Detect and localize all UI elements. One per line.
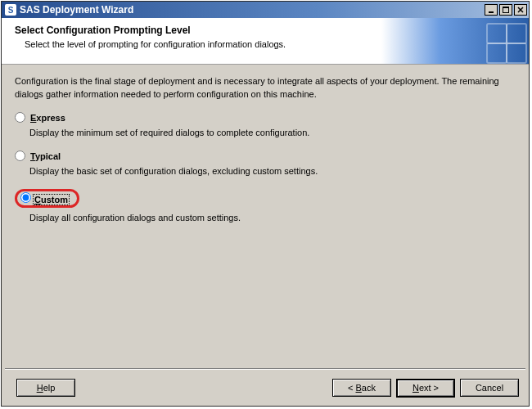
next-button[interactable]: Next > [396, 379, 455, 398]
app-icon: S [5, 4, 16, 16]
option-typical: TypicalDisplay the basic set of configur… [15, 151, 516, 176]
maximize-button[interactable] [499, 4, 512, 16]
option-express-radio[interactable] [15, 112, 25, 123]
page-title: Select Configuration Prompting Level [15, 25, 191, 36]
help-button[interactable]: Help [16, 379, 75, 397]
option-custom-label[interactable]: Custom [34, 195, 69, 204]
svg-rect-2 [503, 7, 509, 8]
option-typical-radio[interactable] [15, 151, 25, 161]
wizard-window: S SAS Deployment Wizard Select Configura… [1, 1, 530, 407]
intro-text: Configuration is the final stage of depl… [15, 74, 516, 101]
option-express: ExpressDisplay the minimum set of requir… [15, 112, 516, 137]
option-typical-description: Display the basic set of configuration d… [29, 166, 516, 176]
svg-rect-0 [489, 11, 494, 13]
content-area: Configuration is the final stage of depl… [2, 65, 529, 368]
window-controls [485, 4, 527, 16]
option-custom-description: Display all configuration dialogs and cu… [29, 213, 516, 222]
option-typical-label[interactable]: Typical [30, 151, 61, 161]
option-express-description: Display the minimum set of required dial… [29, 128, 516, 137]
banner-decoration [381, 18, 529, 64]
option-express-label[interactable]: Express [30, 113, 65, 123]
title-bar: S SAS Deployment Wizard [2, 2, 529, 18]
window-title: SAS Deployment Wizard [20, 4, 485, 16]
page-subtitle: Select the level of prompting for config… [25, 39, 286, 49]
minimize-button[interactable] [485, 4, 498, 16]
option-custom-highlight: Custom [15, 189, 79, 208]
option-custom-radio[interactable] [20, 192, 31, 203]
back-button[interactable]: < Back [332, 379, 391, 397]
option-custom: CustomDisplay all configuration dialogs … [15, 189, 516, 222]
close-button[interactable] [514, 4, 527, 16]
footer-buttons: Help < Back Next > Cancel [2, 370, 529, 406]
header-banner: Select Configuration Prompting Level Sel… [2, 18, 529, 65]
cancel-button[interactable]: Cancel [460, 379, 519, 397]
